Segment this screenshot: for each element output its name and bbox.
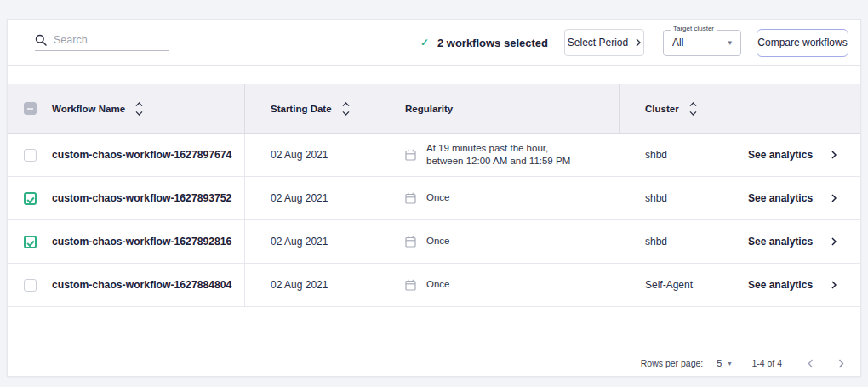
target-cluster-select[interactable]: Target cluster All ▾ [663, 30, 741, 56]
dropdown-caret-icon: ▾ [728, 360, 731, 367]
regularity-line1: Once [426, 278, 450, 291]
column-header-workflow-name: Workflow Name [52, 104, 125, 114]
empty-area [8, 307, 860, 350]
sort-cluster[interactable] [689, 102, 697, 116]
starting-date: 02 Aug 2021 [245, 279, 380, 291]
starting-date: 02 Aug 2021 [245, 192, 380, 204]
selection-status-text: 2 workflows selected [437, 37, 548, 49]
select-period-label: Select Period [568, 37, 628, 48]
checkmark-icon: ✓ [420, 37, 429, 48]
rows-per-page-value: 5 [717, 358, 722, 368]
sort-desc-icon [342, 111, 350, 116]
calendar-icon [405, 192, 416, 204]
sort-asc-icon [689, 102, 697, 107]
next-page-button[interactable] [835, 357, 847, 369]
rows-per-page-select[interactable]: 5 ▾ [717, 358, 731, 368]
see-analytics-link[interactable]: See analytics [722, 149, 860, 161]
workflow-name: custom-chaos-workflow-1627892816 [52, 236, 231, 248]
chevron-right-icon [831, 281, 837, 289]
dropdown-caret-icon: ▾ [728, 38, 732, 47]
chevron-left-icon [808, 359, 814, 368]
rows-per-page-label: Rows per page: [641, 358, 704, 368]
starting-date: 02 Aug 2021 [245, 236, 380, 248]
chevron-right-icon [831, 194, 837, 202]
calendar-icon [405, 149, 416, 161]
toolbar: ✓ 2 workflows selected Select Period Tar… [8, 20, 860, 66]
see-analytics-link[interactable]: See analytics [722, 192, 860, 204]
regularity-line2: between 12:00 AM and 11:59 PM [426, 155, 570, 168]
sort-asc-icon [342, 102, 350, 107]
starting-date: 02 Aug 2021 [245, 149, 380, 161]
regularity-line1: Once [426, 191, 450, 204]
sort-desc-icon [135, 111, 143, 116]
table-row: custom-chaos-workflow-1627884804 02 Aug … [8, 264, 860, 307]
column-header-cluster: Cluster [645, 104, 679, 114]
search-input[interactable] [54, 34, 156, 46]
table-row: custom-chaos-workflow-1627892816 02 Aug … [8, 220, 860, 264]
column-header-regularity: Regularity [405, 104, 453, 114]
table-header: Workflow Name Starting Date Regularity C [8, 84, 860, 134]
see-analytics-label: See analytics [748, 192, 813, 204]
workflow-name: custom-chaos-workflow-1627893752 [52, 192, 231, 204]
row-checkbox[interactable] [24, 149, 37, 162]
spacer [8, 66, 860, 84]
chevron-right-icon [831, 237, 837, 246]
workflow-comparison-panel: ✓ 2 workflows selected Select Period Tar… [7, 19, 861, 377]
see-analytics-label: See analytics [748, 236, 813, 248]
cluster-name: shbd [620, 236, 722, 248]
search-box[interactable] [35, 34, 169, 51]
calendar-icon [405, 236, 416, 248]
target-cluster-value: All [672, 37, 683, 48]
see-analytics-label: See analytics [748, 149, 813, 161]
regularity-line1: Once [426, 235, 450, 248]
sort-asc-icon [135, 102, 143, 107]
cluster-name: Self-Agent [620, 279, 722, 291]
table-row: custom-chaos-workflow-1627897674 02 Aug … [8, 134, 860, 177]
chevron-right-icon [838, 359, 844, 368]
sort-workflow-name[interactable] [135, 102, 143, 116]
select-all-checkbox[interactable] [24, 102, 37, 115]
sort-desc-icon [689, 111, 697, 116]
pagination-footer: Rows per page: 5 ▾ 1-4 of 4 [8, 350, 860, 376]
pagination-range: 1-4 of 4 [751, 358, 782, 368]
target-cluster-label: Target cluster [671, 26, 717, 32]
sort-starting-date[interactable] [342, 102, 350, 116]
cluster-name: shbd [620, 149, 722, 161]
column-header-starting-date: Starting Date [271, 104, 332, 114]
regularity-line1: At 19 minutes past the hour, [426, 142, 570, 155]
see-analytics-label: See analytics [748, 279, 813, 291]
row-checkbox[interactable] [24, 279, 37, 292]
chevron-right-icon [636, 38, 641, 47]
row-checkbox[interactable] [24, 236, 37, 248]
previous-page-button[interactable] [804, 357, 816, 369]
select-period-button[interactable]: Select Period [564, 29, 644, 56]
chevron-right-icon [831, 151, 837, 159]
calendar-icon [405, 279, 416, 291]
see-analytics-link[interactable]: See analytics [722, 279, 860, 291]
row-checkbox[interactable] [24, 192, 37, 205]
workflow-name: custom-chaos-workflow-1627897674 [52, 149, 231, 161]
search-icon [35, 34, 47, 46]
selection-status: ✓ 2 workflows selected [420, 37, 548, 49]
compare-workflows-button[interactable]: Compare workflows [757, 29, 848, 57]
table-row: custom-chaos-workflow-1627893752 02 Aug … [8, 177, 860, 220]
workflow-name: custom-chaos-workflow-1627884804 [52, 279, 231, 291]
see-analytics-link[interactable]: See analytics [722, 236, 860, 248]
cluster-name: shbd [620, 192, 722, 204]
